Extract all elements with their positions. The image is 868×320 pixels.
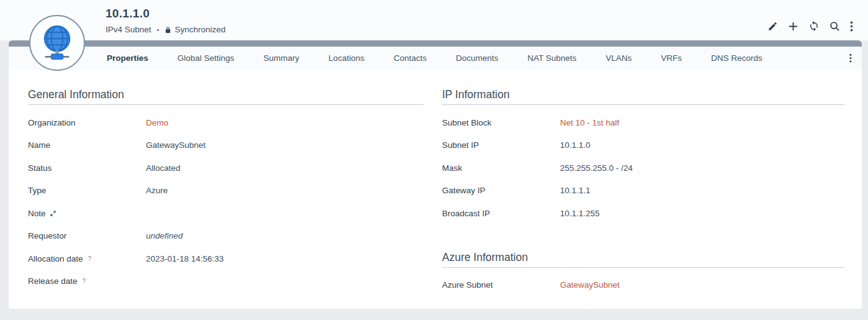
detail-card: Properties Global Settings Summary Locat… [9,40,862,309]
bullet-separator: • [157,26,160,34]
row-organization: Organization Demo [28,111,424,134]
tab-vrfs[interactable]: VRFs [661,53,682,63]
section-divider [28,104,424,105]
section-title: General Information [28,88,424,101]
tab-locations[interactable]: Locations [328,53,364,63]
azure-subnet-link[interactable]: GatewaySubnet [560,280,620,290]
tab-documents[interactable]: Documents [456,53,498,63]
general-information-section: General Information Organization Demo Na… [28,88,424,296]
expand-icon[interactable] [50,210,57,217]
section-title: IP Information [442,88,844,101]
row-subnet-ip: Subnet IP 10.1.1.0 [442,134,844,157]
kebab-icon [849,53,852,63]
row-gateway-ip: Gateway IP 10.1.1.1 [442,180,844,203]
section-divider [442,267,844,268]
subnet-block-link[interactable]: Net 10 - 1st half [560,118,619,127]
refresh-icon [808,21,820,32]
row-mask: Mask 255.255.255.0 - /24 [442,157,844,180]
card-top-bar [9,40,862,47]
row-allocation-date: Allocation date? 2023-01-18 14:56:33 [28,247,424,270]
help-indicator: ? [88,255,92,262]
tab-bar: Properties Global Settings Summary Locat… [9,47,862,70]
row-name: Name GatewaySubnet [28,134,424,157]
more-options-button[interactable] [850,21,853,32]
help-indicator: ? [83,278,86,285]
section-divider [442,104,844,105]
sync-status-label: Synchronized [174,25,225,34]
refresh-button[interactable] [808,21,820,32]
row-broadcast-ip: Broadcast IP 10.1.1.255 [442,202,844,225]
row-note: Note [28,202,424,225]
page-title: 10.1.1.0 [106,7,225,21]
tab-vlans[interactable]: VLANs [606,53,632,63]
header-actions [767,21,853,32]
magnifier-icon [830,21,840,32]
search-button[interactable] [830,21,840,32]
pencil-icon [767,21,778,32]
kebab-icon [850,21,853,32]
tab-summary[interactable]: Summary [263,53,299,63]
row-release-date: Release date? [28,270,424,293]
row-subnet-block: Subnet Block Net 10 - 1st half [442,111,844,134]
avatar [29,15,85,71]
lock-icon [165,26,171,34]
row-status: Status Allocated [28,157,424,180]
tab-properties[interactable]: Properties [107,53,148,63]
page-subtitle: IPv4 Subnet • Synchronized [106,25,225,34]
row-azure-subnet: Azure Subnet GatewaySubnet [442,274,844,297]
plus-icon [788,21,798,32]
tab-global-settings[interactable]: Global Settings [178,53,235,63]
azure-information-section: Azure Information Azure Subnet GatewaySu… [442,251,844,297]
tab-dns-records[interactable]: DNS Records [711,53,762,63]
tabs-overflow-button[interactable] [849,53,852,63]
ip-information-section: IP Information Subnet Block Net 10 - 1st… [442,88,844,225]
object-type-label: IPv4 Subnet [106,25,151,34]
tab-contacts[interactable]: Contacts [394,53,427,63]
network-globe-icon [39,23,75,63]
tab-nat-subnets[interactable]: NAT Subnets [527,53,576,63]
add-button[interactable] [788,21,798,32]
row-type: Type Azure [28,180,424,203]
edit-button[interactable] [767,21,778,32]
organization-link[interactable]: Demo [146,118,168,127]
section-title: Azure Information [442,251,844,263]
row-requestor: Requestor undefined [28,225,424,248]
